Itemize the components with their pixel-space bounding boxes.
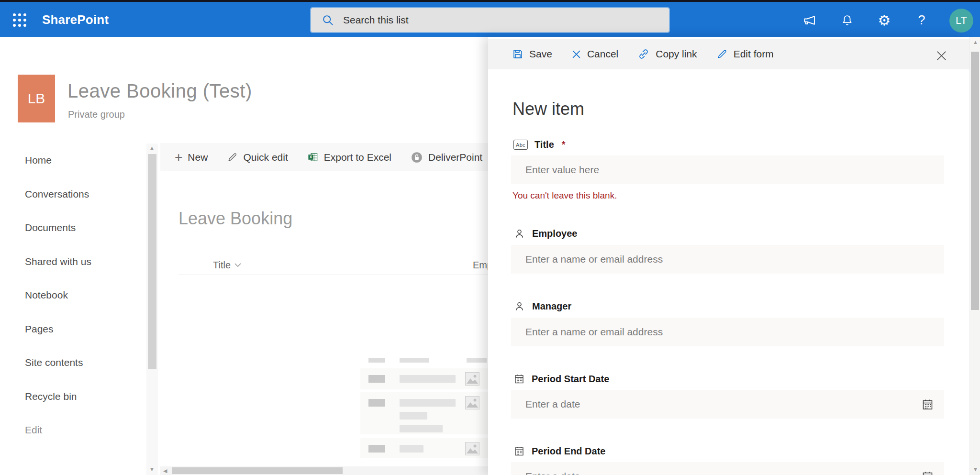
list-title: Leave Booking [178, 209, 292, 229]
export-to-excel-button[interactable]: X Export to Excel [307, 152, 391, 163]
search-input[interactable] [342, 14, 641, 26]
new-item-panel: Save Cancel Copy link Edit form [488, 37, 969, 475]
date-picker-calendar-icon[interactable] [920, 397, 935, 411]
field-title: Abc Title * You can't leave this blank. [511, 139, 944, 201]
cancel-x-icon [571, 49, 581, 59]
topbar-icons: ⚙ ? LT [800, 4, 973, 37]
help-icon[interactable]: ? [912, 11, 931, 30]
deliverpoint-button[interactable]: DeliverPoint [411, 151, 482, 164]
sidebar-item-notebook[interactable]: Notebook [0, 278, 144, 312]
link-icon [637, 48, 650, 60]
sidebar-scrollbar[interactable]: ▲ ▼ [146, 144, 158, 475]
edit-form-button[interactable]: Edit form [716, 48, 774, 60]
svg-text:X: X [309, 155, 312, 159]
save-icon [512, 48, 523, 60]
list-command-bar: + New Quick edit X Export to Excel Deliv… [160, 143, 488, 171]
settings-gear-icon[interactable]: ⚙ [875, 11, 894, 30]
sharepoint-window: SharePoint ⚙ ? LT LB Leave Booking (Test… [0, 0, 980, 475]
scroll-left-arrow-icon[interactable]: ◀ [163, 468, 167, 474]
field-employee: Employee [511, 228, 944, 274]
panel-title: New item [512, 99, 944, 119]
field-period-start-date: Period Start Date [511, 373, 944, 419]
plus-icon: + [175, 153, 182, 162]
pencil-icon [227, 152, 238, 163]
field-manager: Manager [511, 300, 944, 346]
header-divider [178, 275, 488, 275]
window-scrollbar-thumb[interactable] [971, 52, 979, 310]
date-picker-calendar-icon[interactable] [920, 469, 935, 475]
sidebar-item-conversations[interactable]: Conversations [0, 177, 144, 211]
sidebar-item-shared-with-us[interactable]: Shared with us [0, 245, 144, 279]
image-placeholder-icon [465, 372, 479, 386]
left-navigation: Home Conversations Documents Shared with… [0, 144, 144, 447]
scroll-up-arrow-icon[interactable]: ▲ [973, 40, 978, 45]
panel-command-bar: Save Cancel Copy link Edit form [488, 39, 969, 69]
scroll-up-arrow-icon[interactable]: ▲ [149, 145, 155, 151]
image-placeholder-icon [465, 442, 479, 455]
pencil-icon [716, 48, 728, 60]
title-validation-error: You can't leave this blank. [512, 190, 944, 201]
list-horizontal-scrollbar[interactable]: ◀ [160, 466, 488, 475]
search-icon [322, 14, 334, 27]
sidebar-item-recycle-bin[interactable]: Recycle bin [0, 380, 144, 414]
manager-input[interactable] [511, 318, 944, 346]
cancel-button[interactable]: Cancel [571, 48, 618, 60]
copy-link-button[interactable]: Copy link [637, 48, 697, 60]
sidebar-item-site-contents[interactable]: Site contents [0, 346, 144, 380]
sharepoint-brand[interactable]: SharePoint [42, 12, 109, 27]
required-asterisk: * [562, 139, 566, 150]
new-button[interactable]: + New [175, 152, 208, 163]
site-logo-tile[interactable]: LB [18, 75, 55, 122]
app-launcher-waffle-icon[interactable] [11, 11, 29, 29]
calendar-icon [513, 373, 525, 385]
announcements-megaphone-icon[interactable] [800, 11, 819, 30]
employee-input[interactable] [511, 245, 944, 274]
sidebar-item-documents[interactable]: Documents [0, 211, 144, 245]
chevron-down-icon [234, 263, 241, 267]
excel-icon: X [307, 152, 319, 163]
text-field-icon: Abc [513, 140, 528, 150]
window-scrollbar[interactable]: ▲ ▼ [969, 37, 980, 475]
panel-close-button[interactable] [934, 48, 948, 63]
notifications-bell-icon[interactable] [837, 11, 857, 30]
site-title: Leave Booking (Test) [67, 80, 252, 102]
period-end-date-input[interactable] [511, 462, 944, 475]
sidebar-item-edit[interactable]: Edit [0, 413, 144, 447]
person-icon [513, 300, 525, 312]
user-avatar[interactable]: LT [949, 9, 973, 33]
scroll-down-arrow-icon[interactable]: ▼ [973, 467, 978, 472]
calendar-icon [513, 445, 525, 457]
image-placeholder-icon [465, 396, 479, 409]
site-privacy-label: Private group [68, 109, 125, 120]
sidebar-item-home[interactable]: Home [0, 144, 144, 177]
field-period-end-date: Period End Date [511, 445, 944, 475]
new-item-form: New item Abc Title * You can't leave thi… [488, 69, 969, 475]
save-button[interactable]: Save [512, 48, 552, 60]
horizontal-scrollbar-thumb[interactable] [172, 467, 343, 474]
period-start-date-input[interactable] [511, 390, 944, 419]
search-box[interactable] [311, 8, 669, 32]
deliverpoint-lock-icon [411, 151, 423, 164]
suite-top-bar: SharePoint ⚙ ? LT [0, 2, 980, 37]
quick-edit-button[interactable]: Quick edit [227, 152, 288, 163]
sidebar-item-pages[interactable]: Pages [0, 312, 144, 346]
column-header-title[interactable]: Title [213, 260, 241, 271]
title-input[interactable] [511, 155, 944, 184]
scroll-down-arrow-icon[interactable]: ▼ [149, 467, 155, 472]
person-icon [513, 228, 525, 240]
sidebar-scrollbar-thumb[interactable] [148, 154, 156, 369]
